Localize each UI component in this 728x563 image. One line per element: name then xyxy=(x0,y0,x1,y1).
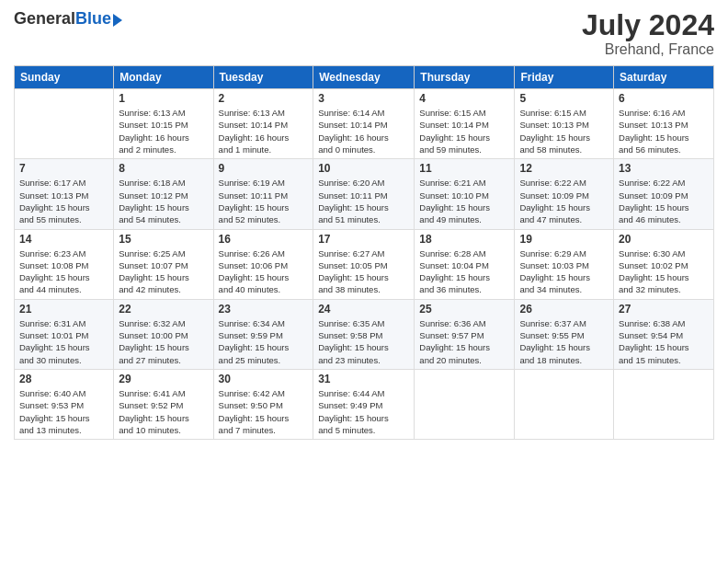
day-info: Sunrise: 6:32 AM Sunset: 10:00 PM Daylig… xyxy=(119,317,208,366)
day-info: Sunrise: 6:42 AM Sunset: 9:50 PM Dayligh… xyxy=(219,387,309,436)
calendar-week-row: 7Sunrise: 6:17 AM Sunset: 10:13 PM Dayli… xyxy=(15,159,714,229)
day-info: Sunrise: 6:20 AM Sunset: 10:11 PM Daylig… xyxy=(318,177,409,225)
day-info: Sunrise: 6:35 AM Sunset: 9:58 PM Dayligh… xyxy=(318,317,409,366)
month-title: July 2024 xyxy=(582,9,714,41)
day-info: Sunrise: 6:16 AM Sunset: 10:13 PM Daylig… xyxy=(619,107,709,155)
day-number: 15 xyxy=(119,233,208,246)
calendar-cell: 31Sunrise: 6:44 AM Sunset: 9:49 PM Dayli… xyxy=(313,369,415,439)
calendar-cell: 1Sunrise: 6:13 AM Sunset: 10:15 PM Dayli… xyxy=(114,89,213,159)
calendar-header-row: Sunday Monday Tuesday Wednesday Thursday… xyxy=(15,66,714,89)
calendar-cell: 9Sunrise: 6:19 AM Sunset: 10:11 PM Dayli… xyxy=(213,159,313,229)
day-info: Sunrise: 6:44 AM Sunset: 9:49 PM Dayligh… xyxy=(318,387,409,436)
calendar-cell: 26Sunrise: 6:37 AM Sunset: 9:55 PM Dayli… xyxy=(515,299,614,369)
calendar-cell: 24Sunrise: 6:35 AM Sunset: 9:58 PM Dayli… xyxy=(313,299,415,369)
calendar-cell: 5Sunrise: 6:15 AM Sunset: 10:13 PM Dayli… xyxy=(515,89,614,159)
day-info: Sunrise: 6:41 AM Sunset: 9:52 PM Dayligh… xyxy=(119,387,208,436)
col-monday: Monday xyxy=(114,66,213,89)
calendar-cell: 21Sunrise: 6:31 AM Sunset: 10:01 PM Dayl… xyxy=(15,299,114,369)
day-info: Sunrise: 6:14 AM Sunset: 10:14 PM Daylig… xyxy=(318,107,409,155)
day-number: 10 xyxy=(318,162,409,175)
calendar-week-row: 14Sunrise: 6:23 AM Sunset: 10:08 PM Dayl… xyxy=(15,229,714,299)
calendar: Sunday Monday Tuesday Wednesday Thursday… xyxy=(14,65,714,440)
calendar-cell: 2Sunrise: 6:13 AM Sunset: 10:14 PM Dayli… xyxy=(213,89,313,159)
day-number: 19 xyxy=(519,233,609,246)
day-info: Sunrise: 6:25 AM Sunset: 10:07 PM Daylig… xyxy=(119,247,208,296)
col-friday: Friday xyxy=(515,66,614,89)
calendar-cell: 12Sunrise: 6:22 AM Sunset: 10:09 PM Dayl… xyxy=(515,159,614,229)
day-info: Sunrise: 6:30 AM Sunset: 10:02 PM Daylig… xyxy=(619,247,709,296)
day-info: Sunrise: 6:15 AM Sunset: 10:14 PM Daylig… xyxy=(419,107,509,155)
day-number: 1 xyxy=(119,92,208,105)
day-number: 30 xyxy=(219,373,309,385)
calendar-cell: 19Sunrise: 6:29 AM Sunset: 10:03 PM Dayl… xyxy=(515,229,614,299)
calendar-cell: 3Sunrise: 6:14 AM Sunset: 10:14 PM Dayli… xyxy=(313,89,415,159)
calendar-cell: 16Sunrise: 6:26 AM Sunset: 10:06 PM Dayl… xyxy=(213,229,313,299)
day-number: 13 xyxy=(619,162,709,175)
day-info: Sunrise: 6:27 AM Sunset: 10:05 PM Daylig… xyxy=(318,247,409,296)
day-info: Sunrise: 6:28 AM Sunset: 10:04 PM Daylig… xyxy=(419,247,509,296)
logo: General Blue xyxy=(14,9,122,29)
day-info: Sunrise: 6:21 AM Sunset: 10:10 PM Daylig… xyxy=(419,177,509,225)
day-number: 22 xyxy=(119,303,208,316)
day-number: 3 xyxy=(318,92,409,105)
calendar-cell: 7Sunrise: 6:17 AM Sunset: 10:13 PM Dayli… xyxy=(15,159,114,229)
col-wednesday: Wednesday xyxy=(313,66,415,89)
day-number: 8 xyxy=(119,162,208,175)
calendar-cell: 23Sunrise: 6:34 AM Sunset: 9:59 PM Dayli… xyxy=(213,299,313,369)
day-info: Sunrise: 6:15 AM Sunset: 10:13 PM Daylig… xyxy=(519,107,609,155)
day-number: 12 xyxy=(519,162,609,175)
calendar-cell: 15Sunrise: 6:25 AM Sunset: 10:07 PM Dayl… xyxy=(114,229,213,299)
day-info: Sunrise: 6:22 AM Sunset: 10:09 PM Daylig… xyxy=(619,177,709,225)
day-info: Sunrise: 6:23 AM Sunset: 10:08 PM Daylig… xyxy=(19,247,108,296)
day-info: Sunrise: 6:40 AM Sunset: 9:53 PM Dayligh… xyxy=(19,387,108,436)
calendar-cell: 28Sunrise: 6:40 AM Sunset: 9:53 PM Dayli… xyxy=(15,369,114,439)
day-number: 24 xyxy=(318,303,409,316)
day-number: 21 xyxy=(19,303,108,316)
header: General Blue July 2024 Brehand, France xyxy=(14,9,714,58)
calendar-cell: 10Sunrise: 6:20 AM Sunset: 10:11 PM Dayl… xyxy=(313,159,415,229)
calendar-cell: 17Sunrise: 6:27 AM Sunset: 10:05 PM Dayl… xyxy=(313,229,415,299)
location-title: Brehand, France xyxy=(582,41,714,58)
calendar-cell: 4Sunrise: 6:15 AM Sunset: 10:14 PM Dayli… xyxy=(415,89,515,159)
day-number: 9 xyxy=(219,162,309,175)
calendar-cell: 13Sunrise: 6:22 AM Sunset: 10:09 PM Dayl… xyxy=(614,159,714,229)
day-info: Sunrise: 6:19 AM Sunset: 10:11 PM Daylig… xyxy=(219,177,309,225)
col-saturday: Saturday xyxy=(614,66,714,89)
day-info: Sunrise: 6:13 AM Sunset: 10:14 PM Daylig… xyxy=(219,107,309,155)
col-thursday: Thursday xyxy=(415,66,515,89)
calendar-cell: 8Sunrise: 6:18 AM Sunset: 10:12 PM Dayli… xyxy=(114,159,213,229)
calendar-cell: 25Sunrise: 6:36 AM Sunset: 9:57 PM Dayli… xyxy=(415,299,515,369)
day-info: Sunrise: 6:36 AM Sunset: 9:57 PM Dayligh… xyxy=(419,317,509,366)
calendar-cell: 11Sunrise: 6:21 AM Sunset: 10:10 PM Dayl… xyxy=(415,159,515,229)
day-number: 14 xyxy=(19,233,108,246)
calendar-cell: 30Sunrise: 6:42 AM Sunset: 9:50 PM Dayli… xyxy=(213,369,313,439)
calendar-cell: 6Sunrise: 6:16 AM Sunset: 10:13 PM Dayli… xyxy=(614,89,714,159)
day-info: Sunrise: 6:34 AM Sunset: 9:59 PM Dayligh… xyxy=(219,317,309,366)
calendar-cell: 18Sunrise: 6:28 AM Sunset: 10:04 PM Dayl… xyxy=(415,229,515,299)
day-number: 6 xyxy=(619,92,709,105)
day-info: Sunrise: 6:17 AM Sunset: 10:13 PM Daylig… xyxy=(19,177,108,225)
logo-general: General xyxy=(14,9,75,29)
calendar-week-row: 1Sunrise: 6:13 AM Sunset: 10:15 PM Dayli… xyxy=(15,89,714,159)
day-number: 28 xyxy=(19,373,108,385)
calendar-cell xyxy=(614,369,714,439)
day-info: Sunrise: 6:13 AM Sunset: 10:15 PM Daylig… xyxy=(119,107,208,155)
col-sunday: Sunday xyxy=(15,66,114,89)
day-info: Sunrise: 6:38 AM Sunset: 9:54 PM Dayligh… xyxy=(619,317,709,366)
day-info: Sunrise: 6:29 AM Sunset: 10:03 PM Daylig… xyxy=(519,247,609,296)
calendar-cell xyxy=(15,89,114,159)
day-number: 11 xyxy=(419,162,509,175)
day-number: 29 xyxy=(119,373,208,385)
calendar-cell xyxy=(515,369,614,439)
day-number: 20 xyxy=(619,233,709,246)
day-number: 26 xyxy=(519,303,609,316)
calendar-cell: 14Sunrise: 6:23 AM Sunset: 10:08 PM Dayl… xyxy=(15,229,114,299)
day-number: 7 xyxy=(19,162,108,175)
day-info: Sunrise: 6:31 AM Sunset: 10:01 PM Daylig… xyxy=(19,317,108,366)
calendar-week-row: 28Sunrise: 6:40 AM Sunset: 9:53 PM Dayli… xyxy=(15,369,714,439)
day-number: 27 xyxy=(619,303,709,316)
day-info: Sunrise: 6:26 AM Sunset: 10:06 PM Daylig… xyxy=(219,247,309,296)
day-number: 31 xyxy=(318,373,409,385)
day-number: 23 xyxy=(219,303,309,316)
calendar-cell: 20Sunrise: 6:30 AM Sunset: 10:02 PM Dayl… xyxy=(614,229,714,299)
